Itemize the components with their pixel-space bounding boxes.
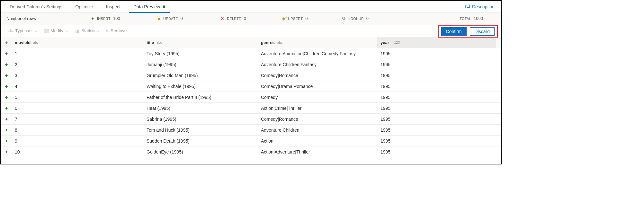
stat-value: 0 — [305, 16, 308, 21]
cell-genres: Comedy|Drama|Romance — [261, 84, 377, 89]
cell-year: 1995 — [377, 62, 496, 67]
row-insert-icon[interactable]: + — [1, 84, 15, 89]
cell-movieid: 8 — [15, 127, 33, 133]
tool-label: Remove — [111, 28, 127, 33]
row-insert-icon[interactable]: + — [1, 51, 15, 56]
column-name: year — [380, 40, 389, 45]
table-row[interactable]: +7Sabrina (1995)Comedy|Romance1995 — [1, 114, 501, 125]
row-insert-icon[interactable]: + — [1, 62, 15, 67]
column-name: genres — [261, 40, 275, 45]
stat-value: 0 — [244, 16, 246, 21]
cell-year: 1995 — [377, 106, 496, 111]
cell-year: 1995 — [377, 51, 496, 56]
row-insert-icon[interactable]: + — [1, 106, 15, 111]
tabs-bar: Derived Column's Settings Optimize Inspe… — [1, 1, 501, 13]
button-label: Confirm — [446, 29, 462, 34]
col-title[interactable]: title abc — [147, 40, 261, 45]
col-genres[interactable]: genres abc — [261, 40, 377, 45]
cell-movieid: 3 — [15, 73, 33, 78]
table-row[interactable]: +6Heat (1995)Action|Crime|Thriller1995 — [1, 103, 501, 114]
cell-genres: Action|Crime|Thriller — [261, 106, 377, 111]
row-insert-icon[interactable]: + — [1, 138, 15, 144]
confirm-discard-group: Confirm Discard — [438, 25, 498, 38]
cell-year: 1995 — [377, 84, 496, 89]
table-row[interactable]: +2Jumanji (1995)Adventure|Children|Fanta… — [1, 59, 501, 70]
stat-update: ◆ Update 0 — [157, 16, 220, 21]
svg-rect-3 — [46, 29, 47, 32]
description-link[interactable]: Description — [461, 4, 498, 9]
search-icon — [342, 17, 346, 21]
cell-title: Grumpier Old Men (1995) — [147, 73, 261, 78]
svg-rect-7 — [78, 30, 79, 33]
tab-optimize[interactable]: Optimize — [69, 1, 100, 13]
row-stats-bar: Number of rows + Insert 100 ◆ Update 0 ✕… — [1, 13, 501, 24]
typecast-menu[interactable]: abc Typecast ⌄ — [5, 24, 41, 37]
x-icon: ✕ — [105, 28, 109, 33]
cell-title: Sabrina (1995) — [147, 117, 261, 122]
column-type: abc — [157, 41, 162, 44]
plus-icon: + — [91, 17, 94, 21]
bar-chart-icon — [75, 29, 80, 33]
tool-label: Modify — [50, 28, 63, 33]
cell-year: 1995 — [377, 95, 496, 100]
sort-toggle[interactable]: ◆ — [1, 40, 15, 45]
row-insert-icon[interactable]: + — [1, 149, 15, 154]
cell-title: Heat (1995) — [147, 106, 261, 111]
cell-genres: Adventure|Animation|Children|Comedy|Fant… — [261, 51, 377, 56]
stat-delete: ✕ Delete 0 — [220, 16, 282, 21]
table-row[interactable]: +3Grumpier Old Men (1995)Comedy|Romance1… — [1, 70, 501, 81]
chevron-down-icon: ⌄ — [65, 28, 69, 33]
cell-genres: Comedy — [261, 95, 377, 100]
tab-derived-column-settings[interactable]: Derived Column's Settings — [3, 1, 69, 13]
row-insert-icon[interactable]: + — [1, 117, 15, 122]
modify-menu[interactable]: Modify ⌄ — [41, 24, 72, 37]
table-row[interactable]: +1Toy Story (1995)Adventure|Animation|Ch… — [1, 48, 501, 59]
remove-button[interactable]: ✕ Remove — [102, 24, 130, 37]
cell-year: 1995 — [377, 149, 496, 154]
col-movieid[interactable]: movieId abc — [15, 40, 147, 45]
cell-title: Toy Story (1995) — [147, 51, 261, 56]
cell-movieid: 4 — [15, 84, 33, 89]
column-name: movieId — [15, 40, 31, 45]
stat-value: 100 — [113, 16, 120, 21]
upsert-icon: ◆+ — [282, 17, 285, 21]
row-insert-icon[interactable]: + — [1, 127, 15, 133]
svg-point-0 — [343, 17, 345, 19]
cell-year: 1995 — [377, 127, 496, 133]
table-row[interactable]: +4Waiting to Exhale (1995)Comedy|Drama|R… — [1, 81, 501, 92]
diamond-icon: ◆ — [157, 17, 161, 21]
tab-label: Optimize — [76, 4, 93, 9]
cell-genres: Adventure|Children|Fantasy — [261, 62, 377, 67]
cell-title: Father of the Bride Part II (1995) — [147, 95, 261, 100]
table-row[interactable]: +9Sudden Death (1995)Action1995 — [1, 136, 501, 146]
cell-genres: Adventure|Children — [261, 127, 377, 133]
stat-key: Upsert — [288, 17, 303, 21]
table-row[interactable]: +5Father of the Bride Part II (1995)Come… — [1, 92, 501, 103]
col-year[interactable]: year 123 — [377, 37, 496, 48]
table-row[interactable]: +10GoldenEye (1995)Action|Adventure|Thri… — [1, 146, 501, 157]
tab-data-preview[interactable]: Data Preview — [127, 1, 172, 13]
cell-year: 1995 — [377, 138, 496, 144]
svg-rect-6 — [77, 30, 78, 33]
discard-button[interactable]: Discard — [470, 27, 495, 36]
stat-value: 0 — [181, 16, 183, 21]
svg-rect-4 — [48, 29, 49, 32]
svg-rect-5 — [76, 31, 76, 33]
stat-key: Update — [163, 17, 178, 21]
statistics-button[interactable]: Statistics — [72, 24, 102, 37]
stat-key: Total — [460, 17, 471, 21]
stat-value: 1000 — [474, 16, 483, 21]
comment-icon — [465, 4, 470, 9]
row-insert-icon[interactable]: + — [1, 73, 15, 78]
tool-label: Typecast — [15, 28, 32, 33]
tab-label: Inspect — [106, 4, 121, 9]
confirm-button[interactable]: Confirm — [441, 27, 467, 36]
status-dot-icon — [163, 5, 165, 8]
table-row[interactable]: +8Tom and Huck (1995)Adventure|Children1… — [1, 125, 501, 136]
tab-inspect[interactable]: Inspect — [100, 1, 127, 13]
tab-label: Data Preview — [133, 4, 160, 9]
row-insert-icon[interactable]: + — [1, 95, 15, 100]
cell-year: 1995 — [377, 73, 496, 78]
grid-header: ◆ movieId abc title abc genres abc year … — [1, 37, 501, 48]
cell-movieid: 5 — [15, 95, 33, 100]
